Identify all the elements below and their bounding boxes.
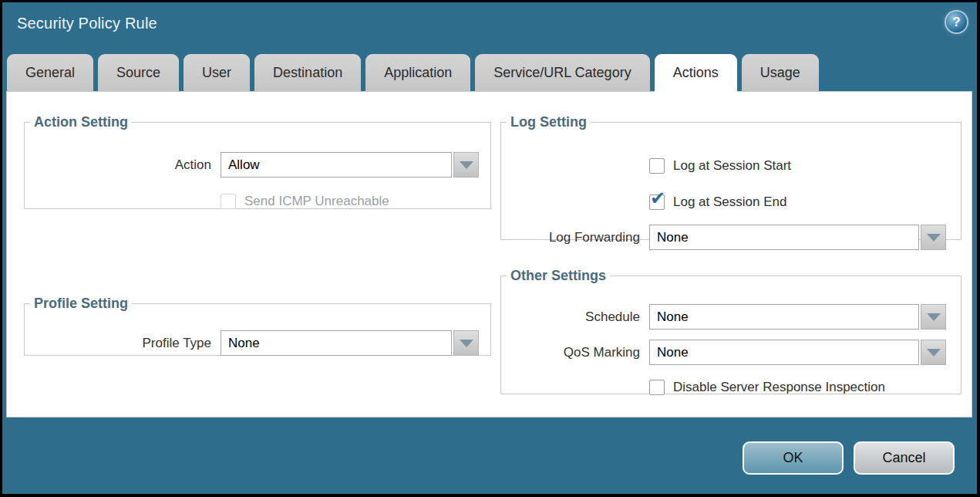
log-forwarding-dropdown-value[interactable] [649,225,919,250]
chevron-down-icon [460,161,473,169]
profile-type-dropdown [221,330,479,356]
action-setting-group: Action Setting Action ✔ Send ICMP Unreac… [24,114,491,209]
action-setting-legend: Action Setting [30,114,132,130]
log-session-end-checkbox[interactable]: ✔ [649,194,665,210]
qos-marking-row: QoS Marking [508,340,954,365]
other-settings-legend: Other Settings [507,268,610,284]
log-forwarding-dropdown-button[interactable] [921,225,946,250]
schedule-dropdown [649,304,946,330]
send-icmp-row: ✔ Send ICMP Unreachable [32,194,483,209]
profile-type-row: Profile Type [32,330,483,356]
other-settings-group: Other Settings Schedule QoS Marking [500,268,961,394]
ok-button[interactable]: OK [743,441,844,475]
schedule-row: Schedule [508,304,954,330]
chevron-down-icon [927,349,941,357]
dsri-row: ✔ Disable Server Response Inspection [508,380,954,395]
tab-source[interactable]: Source [98,54,179,92]
chevron-down-icon [927,234,941,242]
log-session-end-label: Log at Session End [673,194,786,210]
log-session-start-checkbox[interactable]: ✔ [649,158,665,174]
log-session-end-row: ✔ Log at Session End [508,194,954,210]
schedule-label: Schedule [508,309,649,325]
chevron-down-icon [927,313,941,321]
tab-destination[interactable]: Destination [254,54,361,92]
log-setting-group: Log Setting ✔ Log at Session Start ✔ Log… [500,114,961,240]
tab-usage[interactable]: Usage [742,54,819,92]
profile-type-dropdown-button[interactable] [453,330,479,356]
security-policy-rule-dialog: Security Policy Rule ? General Source Us… [0,0,980,497]
qos-marking-dropdown [649,340,946,365]
qos-marking-dropdown-button[interactable] [921,340,946,365]
log-setting-legend: Log Setting [507,114,591,130]
tab-general[interactable]: General [7,54,93,92]
log-forwarding-row: Log Forwarding [508,225,954,250]
dialog-title: Security Policy Rule [17,15,157,32]
profile-type-label: Profile Type [32,336,221,351]
profile-type-dropdown-value[interactable] [221,330,452,356]
send-icmp-checkbox: ✔ [221,194,236,209]
action-dropdown [221,152,479,178]
actions-tab-panel: Action Setting Action ✔ Send ICMP Unreac… [6,91,972,418]
qos-marking-dropdown-value[interactable] [649,340,919,365]
tab-bar: General Source User Destination Applicat… [7,54,819,92]
log-forwarding-dropdown [649,225,946,250]
cancel-button[interactable]: Cancel [854,441,955,475]
log-session-start-label: Log at Session Start [673,158,791,174]
log-forwarding-label: Log Forwarding [508,230,649,245]
tab-user[interactable]: User [184,54,250,92]
action-dropdown-button[interactable] [453,152,479,178]
schedule-dropdown-button[interactable] [921,304,946,330]
log-session-start-row: ✔ Log at Session Start [508,158,954,174]
tab-actions[interactable]: Actions [655,54,737,92]
dsri-label: Disable Server Response Inspection [673,380,885,395]
checkmark-icon: ✔ [650,189,665,208]
chevron-down-icon [460,340,473,347]
profile-setting-group: Profile Setting Profile Type [24,296,491,356]
tab-service-url-category[interactable]: Service/URL Category [475,54,649,92]
profile-setting-legend: Profile Setting [30,296,132,312]
qos-marking-label: QoS Marking [508,345,649,360]
action-dropdown-value[interactable] [221,152,452,178]
action-row: Action [32,152,483,178]
schedule-dropdown-value[interactable] [649,304,919,330]
tab-application[interactable]: Application [365,54,470,92]
dsri-checkbox[interactable]: ✔ [649,380,665,395]
send-icmp-label: Send ICMP Unreachable [244,194,389,209]
action-label: Action [32,157,221,173]
help-icon[interactable]: ? [946,12,967,32]
